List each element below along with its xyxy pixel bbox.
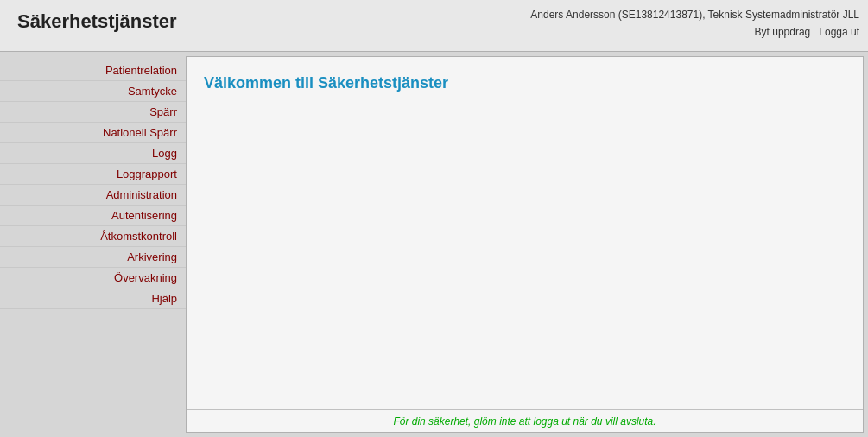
footer-security-message: För din säkerhet, glöm inte att logga ut…: [393, 415, 656, 428]
content-area: Välkommen till Säkerhetstjänster För din…: [186, 56, 864, 433]
content-inner: Välkommen till Säkerhetstjänster: [187, 57, 863, 409]
sidebar-item-atkomstkontroll[interactable]: Åtkomstkontroll: [0, 226, 186, 247]
sidebar-item-logg[interactable]: Logg: [0, 143, 186, 164]
action-links: Byt uppdrag Logga ut: [755, 26, 859, 38]
sidebar-item-administration[interactable]: Administration: [0, 185, 186, 206]
sidebar-item-loggrapport[interactable]: Loggrapport: [0, 164, 186, 185]
app-title: Säkerhetstjänster: [17, 10, 177, 33]
sidebar: PatientrelationSamtyckeSpärrNationell Sp…: [0, 52, 186, 437]
footer: För din säkerhet, glöm inte att logga ut…: [187, 409, 863, 432]
header: Säkerhetstjänster Anders Andersson (SE13…: [0, 0, 868, 52]
sidebar-item-arkivering[interactable]: Arkivering: [0, 247, 186, 268]
sidebar-item-hjalp[interactable]: Hjälp: [0, 288, 186, 309]
main-layout: PatientrelationSamtyckeSpärrNationell Sp…: [0, 52, 868, 437]
logga-ut-link[interactable]: Logga ut: [819, 26, 859, 38]
sidebar-item-patientrelation[interactable]: Patientrelation: [0, 60, 186, 81]
byt-uppdrag-link[interactable]: Byt uppdrag: [755, 26, 811, 38]
sidebar-item-sparr[interactable]: Spärr: [0, 102, 186, 123]
user-info: Anders Andersson (SE13812413871), Teknis…: [530, 9, 859, 21]
sidebar-item-autentisering[interactable]: Autentisering: [0, 206, 186, 226]
sidebar-item-nationell-sparr[interactable]: Nationell Spärr: [0, 123, 186, 143]
sidebar-item-samtycke[interactable]: Samtycke: [0, 81, 186, 102]
welcome-heading: Välkommen till Säkerhetstjänster: [204, 74, 846, 92]
sidebar-item-overvakning[interactable]: Övervakning: [0, 268, 186, 288]
